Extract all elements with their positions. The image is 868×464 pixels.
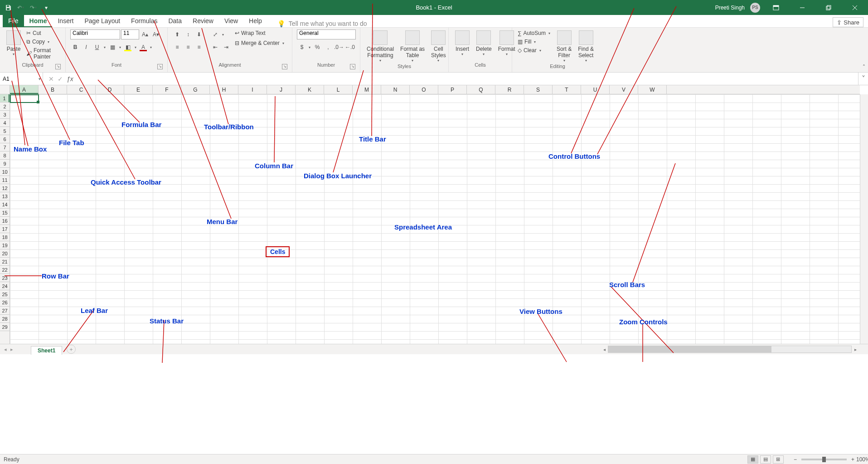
col-header-H[interactable]: H xyxy=(210,85,238,94)
tab-help[interactable]: Help xyxy=(243,15,267,27)
cancel-formula-icon[interactable]: ✕ xyxy=(48,75,54,83)
tab-home[interactable]: Home xyxy=(24,15,53,27)
dialog-launcher-clipboard[interactable]: ↘ xyxy=(55,64,61,69)
dialog-launcher-font[interactable]: ↘ xyxy=(157,64,163,69)
redo-icon[interactable]: ↷▾ xyxy=(30,4,37,11)
collapse-ribbon-icon[interactable]: ˄ xyxy=(863,64,865,70)
align-bottom-icon[interactable]: ⬇ xyxy=(194,29,204,39)
col-header-N[interactable]: N xyxy=(381,85,410,94)
view-page-break-button[interactable]: ⊞ xyxy=(773,455,784,464)
merge-center-button[interactable]: ⊟Merge & Center▾ xyxy=(234,39,286,47)
tab-view[interactable]: View xyxy=(219,15,243,27)
expand-formula-bar-icon[interactable]: ˅ xyxy=(858,73,868,85)
row-header-1[interactable]: 1 xyxy=(0,94,10,103)
accounting-format-icon[interactable]: $ xyxy=(297,42,307,52)
decrease-font-icon[interactable]: A▾ xyxy=(151,29,161,39)
sort-filter-button[interactable]: Sort & Filter▾ xyxy=(555,29,573,63)
hscroll-right-icon[interactable]: ▸ xyxy=(852,347,859,352)
number-format-select[interactable]: General xyxy=(297,29,356,39)
row-header-21[interactable]: 21 xyxy=(0,258,10,266)
comma-format-icon[interactable]: , xyxy=(323,42,333,52)
borders-button[interactable]: ▦ xyxy=(107,42,117,52)
format-as-table-button[interactable]: Format as Table▾ xyxy=(398,29,427,63)
row-header-27[interactable]: 27 xyxy=(0,307,10,315)
tab-review[interactable]: Review xyxy=(187,15,219,27)
user-avatar[interactable]: PS xyxy=(750,3,760,13)
row-header-26[interactable]: 26 xyxy=(0,298,10,307)
row-header-9[interactable]: 9 xyxy=(0,160,10,168)
col-header-E[interactable]: E xyxy=(124,85,153,94)
col-header-J[interactable]: J xyxy=(267,85,296,94)
underline-button[interactable]: U xyxy=(92,42,102,52)
row-header-19[interactable]: 19 xyxy=(0,241,10,249)
tab-formulas[interactable]: Formulas xyxy=(126,15,163,27)
fill-color-button[interactable]: ◧ xyxy=(123,42,133,52)
col-header-T[interactable]: T xyxy=(553,85,581,94)
align-right-icon[interactable]: ≡ xyxy=(194,42,204,52)
horizontal-scrollbar[interactable]: ◂ ▸ xyxy=(601,345,859,353)
zoom-level[interactable]: 100% xyxy=(856,456,864,463)
cut-button[interactable]: ✂Cut xyxy=(25,29,61,37)
col-header-F[interactable]: F xyxy=(153,85,181,94)
row-header-10[interactable]: 10 xyxy=(0,168,10,176)
wrap-text-button[interactable]: ↩Wrap Text xyxy=(234,29,286,37)
row-header-18[interactable]: 18 xyxy=(0,233,10,241)
insert-cells-button[interactable]: Insert▾ xyxy=(453,29,471,57)
sheet-prev-icon[interactable]: ◂ xyxy=(3,347,8,352)
col-header-V[interactable]: V xyxy=(610,85,638,94)
copy-button[interactable]: ⧉Copy▾ xyxy=(25,38,61,45)
share-button[interactable]: ⇪ Share xyxy=(833,17,863,27)
view-page-layout-button[interactable]: ▤ xyxy=(760,455,771,464)
percent-format-icon[interactable]: % xyxy=(312,42,322,52)
col-header-M[interactable]: M xyxy=(353,85,381,94)
row-header-20[interactable]: 20 xyxy=(0,249,10,258)
row-header-25[interactable]: 25 xyxy=(0,290,10,298)
align-middle-icon[interactable]: ↕ xyxy=(183,29,193,39)
user-name[interactable]: Preeti Singh xyxy=(715,5,745,11)
decrease-indent-icon[interactable]: ⇤ xyxy=(210,42,220,52)
col-header-O[interactable]: O xyxy=(410,85,438,94)
increase-font-icon[interactable]: A▴ xyxy=(140,29,150,39)
col-header-C[interactable]: C xyxy=(67,85,96,94)
ribbon-display-options-icon[interactable] xyxy=(766,0,786,15)
tab-file[interactable]: File xyxy=(3,15,24,27)
formula-input[interactable] xyxy=(79,73,858,85)
font-color-button[interactable]: A xyxy=(138,42,148,52)
dialog-launcher-number[interactable]: ↘ xyxy=(350,64,355,69)
zoom-out-button[interactable]: − xyxy=(794,456,797,463)
row-header-14[interactable]: 14 xyxy=(0,200,10,209)
tab-insert[interactable]: Insert xyxy=(52,15,79,27)
row-header-22[interactable]: 22 xyxy=(0,266,10,274)
row-header-13[interactable]: 13 xyxy=(0,192,10,200)
row-header-12[interactable]: 12 xyxy=(0,184,10,192)
hscroll-left-icon[interactable]: ◂ xyxy=(601,347,608,352)
row-header-7[interactable]: 7 xyxy=(0,143,10,151)
row-header-15[interactable]: 15 xyxy=(0,209,10,217)
col-header-U[interactable]: U xyxy=(581,85,610,94)
col-header-W[interactable]: W xyxy=(638,85,667,94)
fill-button[interactable]: ▥Fill▾ xyxy=(517,38,552,45)
select-all-corner[interactable] xyxy=(0,85,10,94)
maximize-button[interactable] xyxy=(818,0,839,15)
col-header-A[interactable]: A xyxy=(10,85,39,94)
new-sheet-button[interactable]: ＋ xyxy=(67,345,76,354)
row-header-24[interactable]: 24 xyxy=(0,282,10,290)
col-header-I[interactable]: I xyxy=(238,85,267,94)
bold-button[interactable]: B xyxy=(70,42,80,52)
row-header-3[interactable]: 3 xyxy=(0,111,10,119)
vertical-scrollbar[interactable] xyxy=(860,94,868,344)
orientation-icon[interactable]: ⤢ xyxy=(210,29,220,39)
cell-grid[interactable] xyxy=(10,94,860,344)
delete-cells-button[interactable]: Delete▾ xyxy=(474,29,494,57)
sheet-tab-1[interactable]: Sheet1 xyxy=(31,346,62,355)
col-header-D[interactable]: D xyxy=(96,85,124,94)
font-name-select[interactable]: Calibri xyxy=(70,29,120,39)
row-header-28[interactable]: 28 xyxy=(0,315,10,323)
paste-button[interactable]: Paste▾ xyxy=(5,29,23,57)
save-icon[interactable] xyxy=(5,4,12,11)
tab-data[interactable]: Data xyxy=(163,15,187,27)
col-header-R[interactable]: R xyxy=(495,85,524,94)
cell-styles-button[interactable]: Cell Styles▾ xyxy=(429,29,448,63)
col-header-K[interactable]: K xyxy=(296,85,324,94)
align-top-icon[interactable]: ⬆ xyxy=(172,29,182,39)
